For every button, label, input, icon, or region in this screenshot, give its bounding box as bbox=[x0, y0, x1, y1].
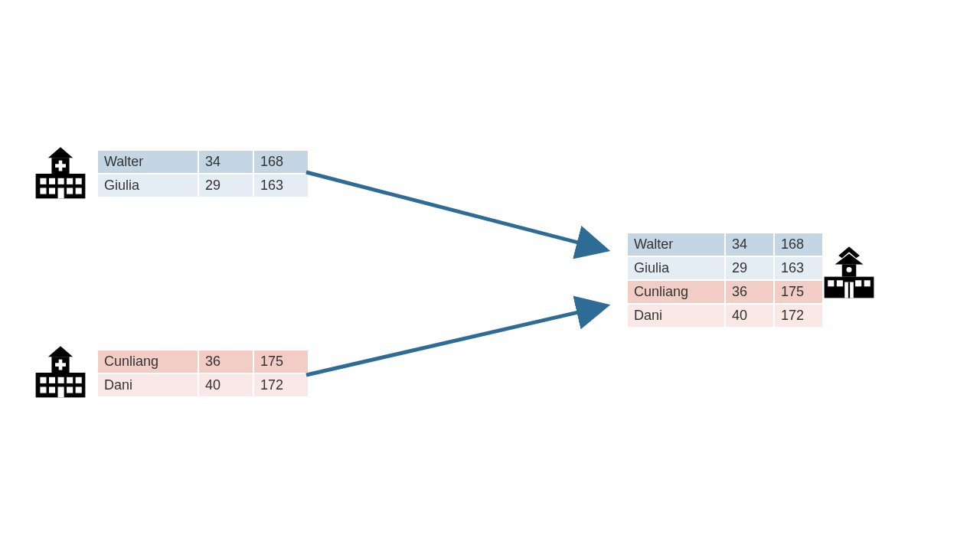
cell-col2: 40 bbox=[726, 305, 773, 327]
svg-rect-27 bbox=[67, 387, 73, 393]
svg-rect-18 bbox=[55, 363, 66, 367]
svg-rect-5 bbox=[40, 178, 46, 184]
svg-rect-13 bbox=[76, 188, 82, 194]
table-row: Dani 40 172 bbox=[98, 374, 308, 396]
cell-col2: 40 bbox=[199, 374, 253, 396]
institution-icon bbox=[821, 245, 877, 302]
svg-rect-14 bbox=[58, 188, 64, 199]
table-row: Walter 34 168 bbox=[98, 151, 308, 173]
arrow-top bbox=[306, 172, 605, 249]
svg-rect-38 bbox=[864, 280, 871, 286]
cell-col3: 175 bbox=[254, 350, 308, 373]
cell-name: Giulia bbox=[628, 257, 724, 279]
table-row: Giulia 29 163 bbox=[98, 174, 308, 197]
cell-col3: 168 bbox=[254, 151, 308, 173]
cell-name: Walter bbox=[98, 151, 198, 173]
svg-rect-23 bbox=[67, 377, 73, 383]
table-row: Giulia 29 163 bbox=[628, 257, 822, 279]
svg-rect-25 bbox=[40, 387, 46, 393]
cell-col3: 175 bbox=[775, 281, 822, 303]
svg-rect-10 bbox=[40, 188, 46, 194]
hospital-icon bbox=[32, 145, 89, 202]
svg-rect-26 bbox=[49, 387, 55, 393]
svg-rect-24 bbox=[76, 377, 82, 383]
svg-point-33 bbox=[847, 267, 852, 272]
svg-rect-28 bbox=[76, 387, 82, 393]
source-table-red: Cunliang 36 175 Dani 40 172 bbox=[96, 349, 309, 398]
svg-marker-0 bbox=[48, 147, 73, 158]
svg-rect-37 bbox=[855, 280, 861, 286]
hospital-icon bbox=[32, 344, 89, 401]
svg-rect-35 bbox=[828, 280, 834, 286]
svg-rect-8 bbox=[67, 178, 73, 184]
cell-name: Dani bbox=[628, 305, 724, 327]
svg-rect-36 bbox=[837, 280, 843, 286]
svg-rect-40 bbox=[848, 282, 850, 298]
cell-col3: 163 bbox=[775, 257, 822, 279]
svg-marker-15 bbox=[48, 346, 73, 357]
table-row: Cunliang 36 175 bbox=[628, 281, 822, 303]
cell-name: Giulia bbox=[98, 174, 198, 197]
cell-name: Walter bbox=[628, 233, 724, 256]
cell-name: Cunliang bbox=[628, 281, 724, 303]
cell-name: Cunliang bbox=[98, 350, 198, 373]
arrow-bottom bbox=[306, 306, 605, 375]
table-row: Walter 34 168 bbox=[628, 233, 822, 256]
cell-col2: 29 bbox=[726, 257, 773, 279]
cell-col2: 34 bbox=[199, 151, 253, 173]
svg-rect-9 bbox=[76, 178, 82, 184]
cell-col3: 168 bbox=[775, 233, 822, 256]
svg-rect-20 bbox=[40, 377, 46, 383]
source-table-blue: Walter 34 168 Giulia 29 163 bbox=[96, 149, 309, 198]
cell-col3: 163 bbox=[254, 174, 308, 197]
cell-col3: 172 bbox=[775, 305, 822, 327]
svg-rect-12 bbox=[67, 188, 73, 194]
svg-rect-29 bbox=[58, 387, 64, 398]
table-row: Cunliang 36 175 bbox=[98, 350, 308, 373]
svg-rect-6 bbox=[49, 178, 55, 184]
cell-col3: 172 bbox=[254, 374, 308, 396]
svg-rect-21 bbox=[49, 377, 55, 383]
svg-rect-7 bbox=[58, 178, 64, 184]
cell-col2: 34 bbox=[726, 233, 773, 256]
merged-table: Walter 34 168 Giulia 29 163 Cunliang 36 … bbox=[626, 232, 824, 328]
cell-col2: 36 bbox=[726, 281, 773, 303]
table-row: Dani 40 172 bbox=[628, 305, 822, 327]
cell-col2: 36 bbox=[199, 350, 253, 373]
svg-rect-22 bbox=[58, 377, 64, 383]
svg-rect-3 bbox=[55, 164, 66, 168]
cell-name: Dani bbox=[98, 374, 198, 396]
svg-rect-11 bbox=[49, 188, 55, 194]
cell-col2: 29 bbox=[199, 174, 253, 197]
